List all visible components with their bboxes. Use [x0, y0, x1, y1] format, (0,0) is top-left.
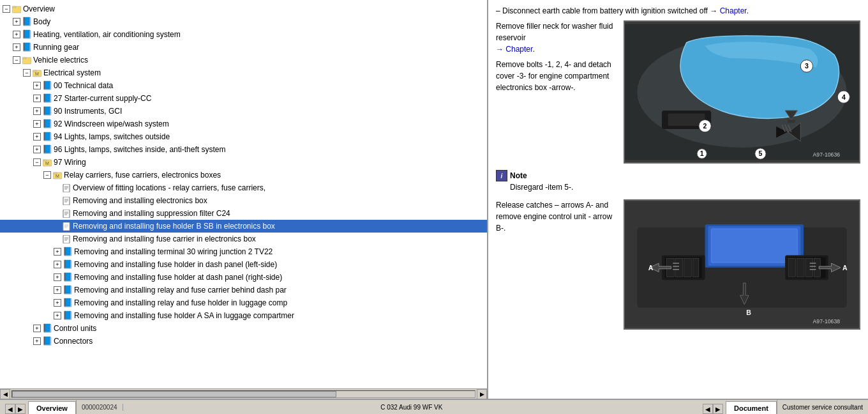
expand-icon-27[interactable]: +: [33, 95, 41, 102]
book-icon-body: 📘: [22, 17, 32, 27]
expand-icon-fuse-right[interactable]: +: [54, 273, 61, 281]
expand-icon-97[interactable]: −: [33, 158, 41, 166]
tree-item-rem-relay-lug[interactable]: + 📘 Removing and installing relay and fu…: [0, 296, 487, 309]
expand-icon-fuse-left[interactable]: +: [54, 261, 61, 268]
tree-item-rem-elec[interactable]: Removing and installing electronics box: [0, 194, 487, 207]
expand-icon-hvac[interactable]: +: [13, 31, 20, 38]
tree-label-rem-elec: Removing and installing electronics box: [73, 195, 207, 206]
tree-item-00[interactable]: + 📘 00 Technical data: [0, 79, 487, 92]
expand-icon-90[interactable]: +: [33, 107, 41, 115]
section1-text: Remove filler neck for washer fluid rese…: [496, 20, 617, 164]
tree-item-rem-fuse-left[interactable]: + 📘 Removing and installing fuse holder …: [0, 258, 487, 271]
scroll-right-btn[interactable]: ▶: [477, 389, 487, 399]
folder-icon-relay: M: [52, 170, 63, 180]
note-section: i Note Disregard -item 5-.: [496, 170, 860, 193]
tree-item-running[interactable]: + 📘 Running gear: [0, 41, 487, 54]
tree-item-97[interactable]: − M 97 Wiring: [0, 156, 487, 169]
tree-item-relay[interactable]: − M Relay carriers, fuse carriers, elect…: [0, 169, 487, 181]
tree-item-body[interactable]: + 📘 Body: [0, 15, 487, 28]
expand-icon-control[interactable]: +: [33, 325, 41, 332]
expand-icon-running[interactable]: +: [13, 43, 20, 51]
right-panel: – Disconnect earth cable from battery wi…: [488, 0, 868, 399]
svg-text:M: M: [45, 161, 49, 165]
scroll-left-btn[interactable]: ◀: [0, 389, 10, 399]
svg-rect-25: [63, 222, 70, 231]
expand-icon-connectors[interactable]: +: [33, 337, 41, 345]
tree-label-rem-supp: Removing and installing suppression filt…: [73, 208, 230, 219]
book-icon-96: 📘: [42, 144, 52, 155]
tree-label-00: 00 Technical data: [54, 80, 113, 91]
tree-label-92: 92 Windscreen wipe/wash system: [54, 118, 169, 130]
svg-rect-71: [805, 258, 813, 277]
tree-item-connectors[interactable]: + 📘 Connectors: [0, 335, 487, 348]
expand-icon-relay-dash[interactable]: +: [54, 286, 61, 294]
svg-rect-64: [675, 258, 683, 277]
tree-label-96: 96 Lights, lamps, switches inside, anti-…: [54, 144, 225, 155]
tab-document[interactable]: Document: [726, 401, 777, 414]
expand-icon-relay[interactable]: −: [43, 171, 51, 179]
chapter-link-2[interactable]: → Chapter: [496, 45, 532, 54]
tree-item-rem-fuse-right[interactable]: + 📘 Removing and installing fuse holder …: [0, 271, 487, 284]
tree-area[interactable]: − Overview + 📘 Body + 📘 Heating, ventila…: [0, 0, 487, 388]
tree-item-90[interactable]: + 📘 90 Instruments, GCI: [0, 105, 487, 118]
tree-label-94: 94 Lights, lamps, switches outside: [54, 131, 170, 142]
tree-item-vehicle-electrics[interactable]: − Vehicle electrics: [0, 54, 487, 66]
expand-icon-body[interactable]: +: [13, 18, 20, 26]
content-area: – Disconnect earth cable from battery wi…: [496, 5, 860, 330]
period-2: .: [532, 45, 534, 54]
nav-left-arrow-2[interactable]: ◀: [703, 404, 713, 414]
expand-icon-00[interactable]: +: [33, 82, 41, 89]
svg-text:A: A: [648, 264, 654, 272]
page-icon-rem-fuse-sb: [61, 221, 71, 231]
tree-item-hvac[interactable]: + 📘 Heating, ventilation, air conditioni…: [0, 28, 487, 41]
tab-overview[interactable]: Overview: [28, 401, 76, 414]
svg-rect-13: [63, 184, 70, 192]
section1-container: Remove filler neck for washer fluid rese…: [496, 20, 860, 164]
tree-item-rem-fuse-sa[interactable]: + 📘 Removing and installing fuse holder …: [0, 309, 487, 322]
tree-item-rem-relay-dash[interactable]: + 📘 Removing and installing relay and fu…: [0, 284, 487, 296]
book-icon-relay-dash: 📘: [63, 285, 73, 295]
book-icon-control: 📘: [42, 323, 52, 334]
tree-item-overview-fitting[interactable]: Overview of fitting locations - relay ca…: [0, 181, 487, 194]
svg-rect-69: [788, 258, 796, 277]
expand-icon-terminal[interactable]: +: [54, 248, 61, 256]
tree-item-27[interactable]: + 📘 27 Starter-current supply-CC: [0, 92, 487, 105]
expand-icon-94[interactable]: +: [33, 133, 41, 141]
tree-item-rem-fuse-sb[interactable]: Removing and installing fuse holder B SB…: [0, 220, 487, 233]
expand-icon-96[interactable]: +: [33, 146, 41, 153]
svg-text:A97-10638: A97-10638: [813, 318, 841, 325]
expand-icon-fuse-sa[interactable]: +: [54, 312, 61, 319]
expand-icon-ve[interactable]: −: [13, 56, 20, 64]
tree-item-rem-terminal[interactable]: + 📘 Removing and installing terminal 30 …: [0, 245, 487, 258]
scroll-arrows-left: ◀ ▶: [3, 404, 28, 414]
expand-icon-overview[interactable]: −: [3, 5, 10, 13]
right-tabs-area: ◀ ▶ Document Customer service consultant: [700, 400, 868, 414]
horizontal-scrollbar[interactable]: ◀ ▶: [0, 388, 487, 399]
tree-item-overview[interactable]: − Overview: [0, 3, 487, 15]
status-code: 0000020024: [82, 404, 117, 411]
tree-item-96[interactable]: + 📘 96 Lights, lamps, switches inside, a…: [0, 143, 487, 156]
tree-item-control[interactable]: + 📘 Control units: [0, 322, 487, 335]
tree-item-elec-system[interactable]: − M Electrical system: [0, 66, 487, 79]
expand-icon-92[interactable]: +: [33, 120, 41, 128]
folder-icon-ve: [22, 55, 32, 65]
tree-item-94[interactable]: + 📘 94 Lights, lamps, switches outside: [0, 130, 487, 143]
chapter-link-1[interactable]: Chapter: [720, 6, 747, 15]
tree-item-92[interactable]: + 📘 92 Windscreen wipe/wash system: [0, 118, 487, 130]
status-middle-text: C 032 Audi 99 WF VK: [380, 404, 442, 411]
page-icon-overview: [61, 183, 71, 193]
tree-item-rem-supp[interactable]: Removing and installing suppression filt…: [0, 207, 487, 220]
expand-icon-relay-lug[interactable]: +: [54, 299, 61, 307]
page-icon-rem-supp: [61, 208, 71, 218]
tree-item-rem-fuse-carrier[interactable]: Removing and installing fuse carrier in …: [0, 233, 487, 245]
book-icon-fuse-right: 📘: [63, 272, 73, 282]
page-icon-rem-fuse-carrier: [61, 234, 71, 244]
nav-right-arrow[interactable]: ▶: [15, 404, 26, 414]
nav-right-arrow-2[interactable]: ▶: [713, 404, 723, 414]
svg-rect-3: [22, 57, 26, 59]
consultant-btn[interactable]: Customer service consultant: [777, 400, 868, 414]
tree-label-overview: Overview: [23, 3, 55, 15]
nav-left-arrow[interactable]: ◀: [5, 404, 15, 414]
svg-rect-21: [63, 210, 70, 218]
expand-icon-es[interactable]: −: [23, 69, 31, 77]
